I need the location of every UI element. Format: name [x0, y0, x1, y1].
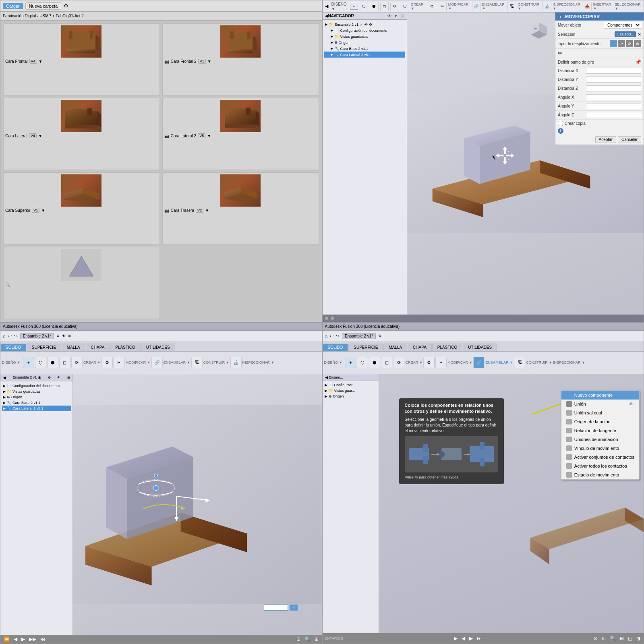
ribbon-btn-7-br[interactable]: ✂	[435, 357, 447, 368]
type-icon-4[interactable]: ⊕	[634, 40, 641, 47]
dist-z-input[interactable]: 0.00 mm	[586, 85, 641, 91]
tab-utilidades-bl[interactable]: UTILIDADES	[141, 344, 175, 351]
eye-icon-bl[interactable]: 👁	[62, 334, 66, 338]
nav-eye-btn[interactable]: 👁	[387, 14, 392, 18]
ribbon-btn-3-br[interactable]: ⬢	[369, 357, 380, 368]
settings-icon-bl[interactable]: ⚙	[56, 334, 60, 338]
tree-item-vistas[interactable]: ▶ 📁 Vistas guardadas	[324, 33, 405, 39]
zoom-fit-br[interactable]: ⊡	[601, 636, 607, 641]
cm-origen-union[interactable]: Origen de la unión	[561, 417, 639, 426]
cm-vinculo-movimiento[interactable]: Vínculo de movimiento	[561, 444, 639, 453]
grid-br[interactable]: ⊞	[619, 636, 625, 641]
skip-br[interactable]: ⏭	[476, 636, 482, 641]
tree-item-vistas-br[interactable]: ▶ 📁 Vistas guar...	[324, 388, 377, 393]
ribbon-btn-5-br[interactable]: ⟳	[393, 357, 404, 368]
type-icon-3[interactable]: ⟳	[626, 40, 633, 47]
prev-br[interactable]: ◀	[461, 636, 466, 641]
ribbon-btn-10-bl[interactable]: 🔬	[230, 357, 242, 368]
toolbar-btn-6[interactable]: ⚙	[428, 2, 436, 11]
tree-item-vistas-bl[interactable]: ▶ 📁 Vistas guardadas	[2, 389, 71, 394]
ribbon-btn-5-bl[interactable]: ⟳	[71, 357, 83, 368]
cargar-button[interactable]: Cargar	[3, 3, 23, 9]
ribbon-btn-6-br[interactable]: ⚙	[423, 357, 435, 368]
list-item[interactable]: Cara Frontal V4 ▼	[3, 23, 160, 95]
nav-gear-icon[interactable]: ⚙	[48, 376, 51, 379]
tab-malla-bl[interactable]: MALLA	[62, 344, 85, 351]
tree-item-config-bl[interactable]: ▶ 📄 Configuración del documento	[2, 383, 71, 389]
3d-viewport[interactable]: i MOVER/COPIAR Mover objeto Componentes …	[407, 12, 644, 315]
toolbar-btn-10[interactable]: 🔬	[543, 2, 551, 11]
expand-icon-bl[interactable]: ⊞	[68, 334, 71, 338]
3d-viewport-bl[interactable]: 0.0 deg ✓	[73, 374, 322, 635]
toolbar-btn-2[interactable]: ⬢	[370, 2, 378, 11]
ribbon-btn-2-bl[interactable]: ⬡	[35, 357, 46, 368]
nav-filter-btn[interactable]: ▼	[393, 14, 399, 18]
cm-relacion-tangente[interactable]: Relación de tangente	[561, 426, 639, 435]
skip-end-btn[interactable]: ⏭	[39, 636, 46, 642]
ribbon-btn-8-bl[interactable]: 🔗	[151, 357, 163, 368]
grid-btn[interactable]: ⊞	[314, 636, 319, 642]
tree-item-origen-br[interactable]: ▶ ⊕ Origen	[324, 393, 377, 399]
list-item[interactable]: 🔍	[3, 247, 160, 319]
create-button[interactable]: +	[350, 3, 358, 10]
cm-estudio-movimiento[interactable]: Estudio de movimiento	[561, 470, 639, 479]
list-item[interactable]: Cara Superior V1 ▼	[3, 172, 160, 244]
tab-chapa-bl[interactable]: CHAPA	[86, 344, 110, 351]
ribbon-btn-7-bl[interactable]: ✂	[114, 357, 125, 368]
toolbar-btn-1[interactable]: ⬡	[360, 2, 368, 11]
confirm-deg-btn[interactable]: ✓	[290, 605, 298, 611]
deg-input[interactable]: 0.0 deg	[264, 605, 288, 611]
ribbon-btn-1-bl[interactable]: +	[23, 357, 34, 368]
prev-frame-btn[interactable]: ◀	[13, 636, 18, 642]
ribbon-btn-2-br[interactable]: ⬡	[357, 357, 368, 368]
list-item[interactable]: 📷 Cara Lateral 2 V5 ▼	[162, 98, 319, 170]
cm-activar-conjuntos[interactable]: Activar conjuntos de contactos	[561, 453, 639, 462]
display-br[interactable]: ◰	[627, 636, 633, 641]
selection-button[interactable]: 1 selecci...	[615, 31, 636, 37]
ribbon-btn-3-bl[interactable]: ⬢	[47, 357, 58, 368]
settings-icon[interactable]: ⚙	[64, 3, 68, 9]
type-icon-2[interactable]: ↗	[618, 40, 625, 47]
list-item[interactable]: 📷 Cara Frontal 2 V1 ▼	[162, 23, 319, 95]
tab-utilidades-br[interactable]: UTILIDADES	[463, 344, 497, 351]
next-br[interactable]: ▶	[468, 636, 474, 641]
nav-eye-icon-bl[interactable]: 👁	[57, 376, 60, 379]
mover-objeto-select[interactable]: Componentes	[604, 22, 641, 29]
settings-icon-br[interactable]: ⚙	[378, 334, 381, 338]
ribbon-btn-4-br[interactable]: ◻	[381, 357, 392, 368]
tab-malla-br[interactable]: MALLA	[383, 344, 407, 351]
tree-item-cara-base[interactable]: ▶ 🔧 Cara Base 2 v1:1	[324, 46, 405, 52]
zoom-fit-btn[interactable]: ⊡	[296, 636, 301, 642]
toolbar-btn-4[interactable]: ⟳	[390, 2, 399, 11]
shading-br[interactable]: ◑	[636, 636, 641, 641]
aceptar-button[interactable]: Aceptar	[595, 136, 616, 143]
ribbon-btn-6-bl[interactable]: ⚙	[101, 357, 113, 368]
toolbar-btn-11[interactable]: 📥	[583, 2, 591, 11]
nueva-carpeta-button[interactable]: Nueva carpeta	[25, 2, 62, 10]
tab-solido-bl[interactable]: SÓLIDO	[0, 344, 26, 351]
tab-superficie-bl[interactable]: SUPERFICIE	[27, 344, 61, 351]
type-icon-1[interactable]: →	[610, 40, 617, 47]
eye-icon[interactable]: 👁	[364, 23, 368, 27]
ang-x-input[interactable]: 0.0 deg	[586, 94, 641, 100]
nav-expand-btn[interactable]: ⊞	[400, 14, 404, 18]
cancelar-button[interactable]: Cancelar	[618, 136, 641, 143]
play-btn-br[interactable]: ▶	[453, 636, 458, 641]
zoom-in-btn[interactable]: 🔍	[304, 636, 311, 642]
view-cube[interactable]: TOP	[527, 17, 551, 41]
ribbon-btn-9-br[interactable]: 🏗	[514, 357, 525, 368]
toolbar-btn-7[interactable]: ✂	[438, 2, 446, 11]
ribbon-btn-4-bl[interactable]: ◻	[59, 357, 70, 368]
tab-solido-br[interactable]: SÓLIDO	[323, 344, 348, 351]
undo-icon-br[interactable]: ↩	[330, 333, 333, 339]
tab-plastico-bl[interactable]: PLÁSTICO	[110, 344, 140, 351]
ang-z-input[interactable]: 0.0 deg	[586, 112, 641, 118]
tab-chapa-br[interactable]: CHAPA	[408, 344, 432, 351]
tree-item-ensamble[interactable]: ▶ 📁 Ensamble 2 v1 ✓ 👁 ⚙	[324, 21, 405, 27]
crear-copia-checkbox[interactable]	[558, 121, 563, 126]
tab-superficie-br[interactable]: SUPERFICIE	[348, 344, 383, 351]
ribbon-btn-8-br[interactable]: 🔗	[473, 357, 485, 368]
tree-item-cara-lateral[interactable]: ▶ 🔧 Cara Lateral 2 v5:1	[324, 52, 405, 58]
redo-icon[interactable]: ↪	[14, 333, 18, 339]
cm-uniones-animacion[interactable]: Uniones de animación	[561, 435, 639, 444]
